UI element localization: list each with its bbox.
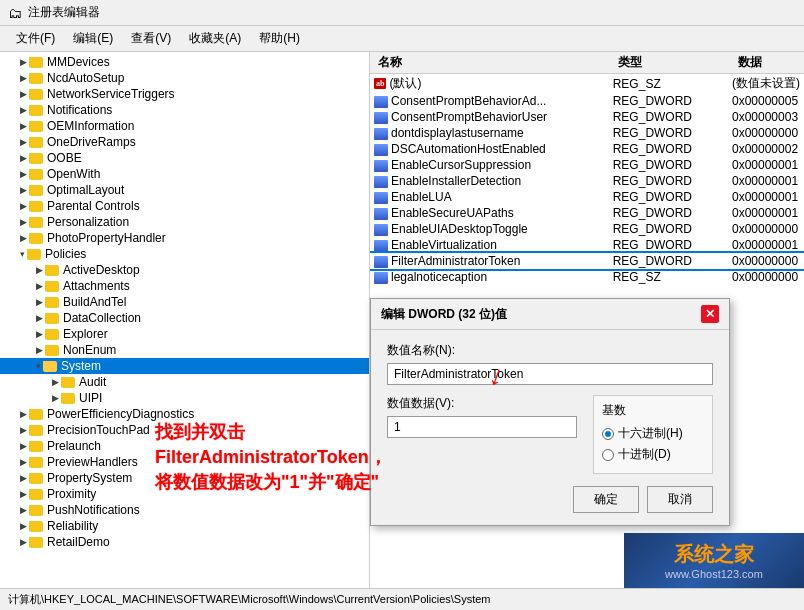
expand-icon[interactable]: ▶ [20, 489, 27, 499]
tree-item-nonenum[interactable]: ▶NonEnum [0, 342, 369, 358]
expand-icon[interactable]: ▶ [36, 281, 43, 291]
table-row[interactable]: EnableVirtualization REG_DWORD 0x0000000… [370, 237, 804, 253]
tree-item-previewhandlers[interactable]: ▶PreviewHandlers [0, 454, 369, 470]
expand-icon[interactable]: ▶ [20, 185, 27, 195]
edit-dword-dialog[interactable]: 编辑 DWORD (32 位)值 ✕ 数值名称(N): 数值数据(V): 基数 … [370, 298, 730, 526]
expand-icon[interactable]: ▶ [20, 409, 27, 419]
dword-icon [374, 192, 388, 204]
tree-item-optimallayout[interactable]: ▶OptimalLayout [0, 182, 369, 198]
expand-icon[interactable]: ▶ [36, 345, 43, 355]
expand-icon[interactable]: ▶ [20, 457, 27, 467]
expand-icon[interactable]: ▶ [20, 201, 27, 211]
expand-icon[interactable]: ▶ [20, 521, 27, 531]
expand-icon[interactable]: ▶ [36, 265, 43, 275]
radio-decimal-circle[interactable] [602, 449, 614, 461]
table-row[interactable]: dontdisplaylastusername REG_DWORD 0x0000… [370, 125, 804, 141]
expand-icon[interactable]: ▶ [20, 537, 27, 547]
table-row[interactable]: legalnoticecaption REG_SZ 0x00000000 [370, 269, 804, 285]
name-input[interactable] [387, 363, 713, 385]
tree-item-policies[interactable]: ▾Policies [0, 246, 369, 262]
expand-icon[interactable]: ▶ [36, 313, 43, 323]
table-row[interactable]: EnableLUA REG_DWORD 0x00000001 [370, 189, 804, 205]
radio-hex-item[interactable]: 十六进制(H) [602, 425, 704, 442]
tree-item-datacollection[interactable]: ▶DataCollection [0, 310, 369, 326]
tree-item-explorer[interactable]: ▶Explorer [0, 326, 369, 342]
expand-icon[interactable]: ▶ [20, 89, 27, 99]
tree-item-audit[interactable]: ▶Audit [0, 374, 369, 390]
tree-item-precisiontouchpad[interactable]: ▶PrecisionTouchPad [0, 422, 369, 438]
dword-icon [374, 112, 388, 124]
menu-edit[interactable]: 编辑(E) [65, 28, 121, 49]
tree-item-uipi[interactable]: ▶UIPI [0, 390, 369, 406]
expand-icon[interactable]: ▶ [20, 217, 27, 227]
table-row[interactable]: EnableSecureUAPaths REG_DWORD 0x00000001 [370, 205, 804, 221]
table-row[interactable]: ab(默认) REG_SZ (数值未设置) [370, 74, 804, 93]
tree-item-ncdautosetup[interactable]: ▶NcdAutoSetup [0, 70, 369, 86]
table-row[interactable]: ConsentPromptBehaviorUser REG_DWORD 0x00… [370, 109, 804, 125]
tree-item-retaildemo[interactable]: ▶RetailDemo [0, 534, 369, 550]
expand-icon[interactable]: ▶ [20, 425, 27, 435]
tree-item-personalization[interactable]: ▶Personalization [0, 214, 369, 230]
cell-type: REG_SZ [609, 74, 728, 93]
table-row[interactable]: ConsentPromptBehaviorAd... REG_DWORD 0x0… [370, 93, 804, 109]
tree-item-attachments[interactable]: ▶Attachments [0, 278, 369, 294]
expand-icon[interactable]: ▾ [36, 361, 41, 371]
expand-icon[interactable]: ▶ [36, 297, 43, 307]
table-row[interactable]: FilterAdministratorToken REG_DWORD 0x000… [370, 253, 804, 269]
ok-button[interactable]: 确定 [573, 486, 639, 513]
table-row[interactable]: EnableCursorSuppression REG_DWORD 0x0000… [370, 157, 804, 173]
tree-item-oobe[interactable]: ▶OOBE [0, 150, 369, 166]
data-input[interactable] [387, 416, 577, 438]
tree-item-propertysystem[interactable]: ▶PropertySystem [0, 470, 369, 486]
expand-icon[interactable]: ▶ [20, 441, 27, 451]
expand-icon[interactable]: ▶ [20, 505, 27, 515]
expand-icon[interactable]: ▶ [20, 57, 27, 67]
tree-item-mmdevices[interactable]: ▶MMDevices [0, 54, 369, 70]
tree-item-openwith[interactable]: ▶OpenWith [0, 166, 369, 182]
expand-icon[interactable]: ▶ [52, 393, 59, 403]
tree-item-onedriveramps[interactable]: ▶OneDriveRamps [0, 134, 369, 150]
expand-icon[interactable]: ▶ [20, 121, 27, 131]
expand-icon[interactable]: ▶ [36, 329, 43, 339]
tree-panel[interactable]: ▶MMDevices▶NcdAutoSetup▶NetworkServiceTr… [0, 52, 370, 588]
expand-icon[interactable]: ▶ [20, 105, 27, 115]
table-row[interactable]: EnableInstallerDetection REG_DWORD 0x000… [370, 173, 804, 189]
cell-name: ConsentPromptBehaviorUser [370, 109, 609, 125]
radio-hex-circle[interactable] [602, 428, 614, 440]
expand-icon[interactable]: ▶ [20, 473, 27, 483]
menu-file[interactable]: 文件(F) [8, 28, 63, 49]
tree-item-prelaunch[interactable]: ▶Prelaunch [0, 438, 369, 454]
menu-view[interactable]: 查看(V) [123, 28, 179, 49]
menu-help[interactable]: 帮助(H) [251, 28, 308, 49]
menu-favorites[interactable]: 收藏夹(A) [181, 28, 249, 49]
expand-icon[interactable]: ▶ [20, 137, 27, 147]
expand-icon[interactable]: ▶ [20, 73, 27, 83]
cancel-button[interactable]: 取消 [647, 486, 713, 513]
data-label: 数值数据(V): [387, 395, 577, 412]
expand-icon[interactable]: ▶ [52, 377, 59, 387]
expand-icon[interactable]: ▶ [20, 153, 27, 163]
tree-label: Parental Controls [47, 199, 140, 213]
tree-item-oeminformation[interactable]: ▶OEMInformation [0, 118, 369, 134]
expand-icon[interactable]: ▶ [20, 169, 27, 179]
tree-label: NcdAutoSetup [47, 71, 124, 85]
tree-label: MMDevices [47, 55, 110, 69]
tree-item-notifications[interactable]: ▶Notifications [0, 102, 369, 118]
expand-icon[interactable]: ▾ [20, 249, 25, 259]
tree-item-networkservicetriggers[interactable]: ▶NetworkServiceTriggers [0, 86, 369, 102]
tree-item-parentalcontrols[interactable]: ▶Parental Controls [0, 198, 369, 214]
tree-item-buildandtel[interactable]: ▶BuildAndTel [0, 294, 369, 310]
table-row[interactable]: EnableUIADesktopToggle REG_DWORD 0x00000… [370, 221, 804, 237]
expand-icon[interactable]: ▶ [20, 233, 27, 243]
tree-item-powerefficiencydiagnostics[interactable]: ▶PowerEfficiencyDiagnostics [0, 406, 369, 422]
tree-label: Prelaunch [47, 439, 101, 453]
tree-item-photopropertyhandler[interactable]: ▶PhotoPropertyHandler [0, 230, 369, 246]
radio-decimal-item[interactable]: 十进制(D) [602, 446, 704, 463]
tree-item-reliability[interactable]: ▶Reliability [0, 518, 369, 534]
tree-item-pushnotifications[interactable]: ▶PushNotifications [0, 502, 369, 518]
tree-item-activedesktop[interactable]: ▶ActiveDesktop [0, 262, 369, 278]
tree-item-proximity[interactable]: ▶Proximity [0, 486, 369, 502]
dialog-close-button[interactable]: ✕ [701, 305, 719, 323]
table-row[interactable]: DSCAutomationHostEnabled REG_DWORD 0x000… [370, 141, 804, 157]
tree-item-system[interactable]: ▾System [0, 358, 369, 374]
